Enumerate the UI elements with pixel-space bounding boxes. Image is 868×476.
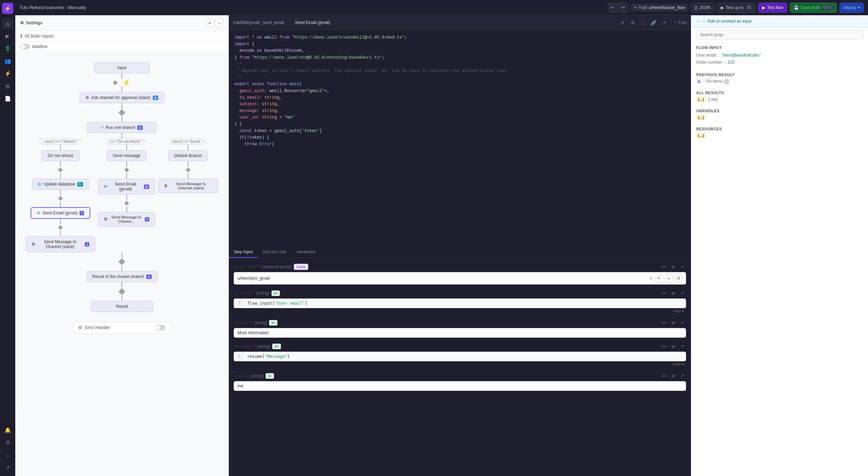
code-editor[interactable]: import * as wmill from "https://deno.lan… [229, 30, 691, 247]
do-not-refund-node[interactable]: Do not refund [41, 150, 80, 161]
branch-1-close[interactable]: × [79, 140, 81, 143]
settings-label: ⚙ Settings [20, 20, 42, 25]
fork-button[interactable]: ⑂ Fork [674, 18, 687, 27]
refresh-icon[interactable]: ↺ [618, 18, 627, 27]
expand-icon-uid[interactable]: ↗ [678, 372, 686, 380]
right-panel: ← ← Edit or connect an input Flow Input … [691, 15, 868, 476]
help-button-email[interactable]: Help ▾ [234, 308, 686, 314]
expand-icon-email[interactable]: ↗ [678, 289, 686, 297]
sidebar-item-runs[interactable]: ▶ [2, 31, 13, 42]
branch-label-3: ction"] === "Email" [170, 139, 203, 145]
expand-icon-message[interactable]: ↗ [678, 343, 686, 350]
transfer-icon-message[interactable]: ⇄ [669, 343, 677, 350]
redo-button[interactable]: ↪ [618, 3, 628, 13]
step-input-content: gmail_auth* (resource-gmail) Static <> ⇄… [229, 258, 691, 476]
copy-icon[interactable]: ⧉ [628, 18, 637, 27]
tab-advanced[interactable]: Advanced [292, 247, 320, 258]
to-email-code[interactable]: 1 flow_input["User email"] [234, 298, 686, 308]
send-email-gmail-node[interactable]: ✉ Send Email (gmail) o [98, 179, 155, 195]
branch-3-close[interactable]: × [204, 140, 206, 143]
test-flow-button[interactable]: ▶ Test flow [758, 3, 787, 13]
clear-icon[interactable]: ✕ [649, 276, 653, 281]
undo-redo-group: ↩ ↪ [608, 3, 628, 13]
slack-1-icon: ⚙ [32, 242, 35, 247]
sidebar-item-apps[interactable]: ⊞ [2, 81, 13, 92]
code-icon-uid[interactable]: <> [660, 372, 668, 380]
update-database-node[interactable]: ⊞ Update database h [32, 179, 89, 190]
help-button-message[interactable]: Help ▾ [234, 361, 686, 367]
expand-2-icon[interactable]: ↗ [678, 263, 686, 271]
test-up-to-button[interactable]: ▶ Test up to 0 [717, 3, 756, 13]
expand-icon-subject[interactable]: ↗ [678, 319, 686, 327]
connect-icon[interactable]: <> [660, 263, 668, 271]
branch-label-2-row: === "Do not refund" × [108, 139, 146, 145]
user-id-input[interactable]: me [234, 381, 686, 391]
send-message-node[interactable]: Send message [107, 150, 146, 161]
add-resource-button[interactable]: + [665, 274, 673, 282]
branch-label-1: ...ction"] === "Refund" [40, 139, 78, 145]
error-handler-toggle[interactable] [156, 325, 165, 330]
code-icon-email[interactable]: <> [660, 289, 668, 297]
zoom-out-button[interactable]: − [215, 19, 224, 27]
tab-step-input[interactable]: Step Input [229, 247, 258, 258]
expand-icon[interactable]: ⛶ [639, 18, 648, 27]
ask-channel-icon: ⚙ [85, 95, 89, 100]
result-chosen-node[interactable]: Result of the chosen branch c [86, 271, 158, 282]
sidebar-item-home[interactable]: ⌂ [2, 18, 13, 29]
json-button[interactable]: {} JSON [691, 3, 714, 13]
subject-input[interactable]: More information [234, 328, 686, 338]
gmail-auth-input[interactable]: u/henri/pro_gmail ✕ ✏ + ↺ [234, 272, 686, 285]
sidebar-item-resources[interactable]: 👥 [2, 56, 13, 67]
tab-test-step[interactable]: Test this step [258, 247, 292, 258]
external-link-icon[interactable]: ↗ [659, 18, 668, 27]
branch-label-3-row: ction"] === "Email" × [170, 139, 206, 145]
result-node[interactable]: Result [91, 301, 153, 312]
refresh-resource-button[interactable]: ↺ [675, 274, 682, 282]
flow-panel-header: ⚙ Settings + − [15, 15, 228, 31]
deploy-button[interactable]: Deploy ▾ [840, 3, 864, 13]
sidebar-item-settings[interactable]: ⚙ [2, 437, 13, 448]
static-inputs-row[interactable]: $ All Static Inputs [15, 31, 228, 42]
transfer-icon-subject[interactable]: ⇄ [669, 319, 677, 327]
sidebar-item-github[interactable]: ⌂ [2, 450, 13, 461]
error-handler[interactable]: ⚙ Error Handler [73, 322, 170, 334]
sidebar-item-variables[interactable]: 💲 [2, 43, 13, 54]
undo-button[interactable]: ↩ [608, 3, 618, 13]
run-branch-node[interactable]: ⑂ Run one branch c [87, 122, 157, 133]
message-code[interactable]: 1 resume["Message"] [234, 352, 686, 361]
path-bar[interactable]: ✏ Path u/henri/fancier_flow [631, 4, 688, 11]
branch-col-2: === "Do not refund" × Send message [98, 139, 155, 252]
link-icon[interactable]: 🔗 [649, 18, 658, 27]
send-message-channel-2-node[interactable]: ⚙ Send Message to Channe... i [98, 212, 155, 227]
edit-connect-button[interactable]: ← ← Edit or connect an input [696, 19, 863, 24]
transfer-icon[interactable]: ⇄ [669, 263, 677, 271]
code-icon-message[interactable]: <> [660, 343, 668, 350]
save-draft-button[interactable]: 💾 Save draft Ctrl S [790, 3, 837, 13]
run-branch-row: ⑂ Run one branch c [93, 125, 151, 130]
deploy-chevron: ▾ [858, 5, 860, 10]
branch-2-close[interactable]: × [144, 140, 146, 143]
sidebar-item-flows[interactable]: ⚡ [2, 68, 13, 79]
send-message-channel-3-node[interactable]: ⚙ Send Message to Channel (slack) [158, 179, 218, 193]
ask-channel-node[interactable]: ⚙ Ask channel for approval (slack) b [80, 92, 164, 103]
transfer-icon-email[interactable]: ⇄ [669, 289, 677, 297]
sidebar-item-schedules[interactable]: 🔔 [2, 425, 13, 436]
search-input[interactable] [696, 30, 863, 39]
sidebar-item-expand[interactable]: ↗ [2, 462, 13, 473]
default-branch-node[interactable]: Default Branch [168, 150, 208, 161]
db-icon: ⊞ [38, 182, 41, 187]
variables-section: Variables {...} [691, 105, 868, 123]
app-logo: ⚡ [2, 3, 13, 14]
subject-value: More information [237, 330, 269, 335]
send-message-channel-1-node[interactable]: ⚙ Send Message to Channel (slack) j [26, 236, 95, 252]
transfer-icon-uid[interactable]: ⇄ [669, 372, 677, 380]
save-icon: 💾 [794, 5, 799, 10]
edit-resource-button[interactable]: ✏ [655, 274, 663, 282]
zoom-in-button[interactable]: + [206, 19, 214, 27]
sidebar-item-scripts[interactable]: 📄 [2, 93, 13, 104]
dataflow-toggle[interactable] [20, 44, 30, 49]
input-node[interactable]: Input [94, 62, 150, 73]
result-desc: : No items ([]) [704, 79, 729, 84]
code-icon-subject[interactable]: <> [660, 319, 668, 327]
message-actions: <> ⇄ ↗ [660, 343, 686, 350]
